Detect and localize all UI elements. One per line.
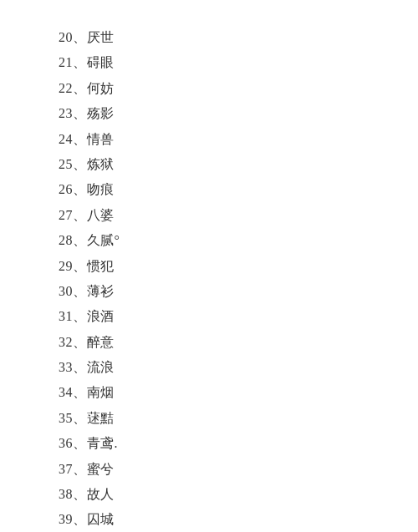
list-item: 26、吻痕 <box>59 177 359 202</box>
list-item: 22、何妨 <box>59 76 359 101</box>
list-item: 20、厌世 <box>59 25 359 50</box>
list-item: 21、碍眼 <box>59 50 359 75</box>
list-item: 30、薄衫 <box>59 279 359 304</box>
list-item: 23、殇影 <box>59 101 359 126</box>
list-item: 28、久腻° <box>59 228 359 253</box>
list-item: 33、流浪 <box>59 355 359 380</box>
list-item: 25、炼狱 <box>59 152 359 177</box>
list-item: 29、惯犯 <box>59 254 359 279</box>
list-item: 37、蜜兮 <box>59 457 359 482</box>
list-container: 20、厌世21、碍眼22、何妨23、殇影24、情兽25、炼狱26、吻痕27、八婆… <box>0 0 418 532</box>
list-item: 38、故人 <box>59 482 359 507</box>
list-item: 35、蒁黠 <box>59 406 359 431</box>
list-item: 32、醉意 <box>59 330 359 355</box>
list-item: 24、情兽 <box>59 127 359 152</box>
list-item: 27、八婆 <box>59 203 359 228</box>
list-item: 39、囚城 <box>59 507 359 532</box>
list-item: 34、南烟 <box>59 380 359 405</box>
list-item: 36、青鸢. <box>59 431 359 456</box>
list-item: 31、浪酒 <box>59 304 359 329</box>
